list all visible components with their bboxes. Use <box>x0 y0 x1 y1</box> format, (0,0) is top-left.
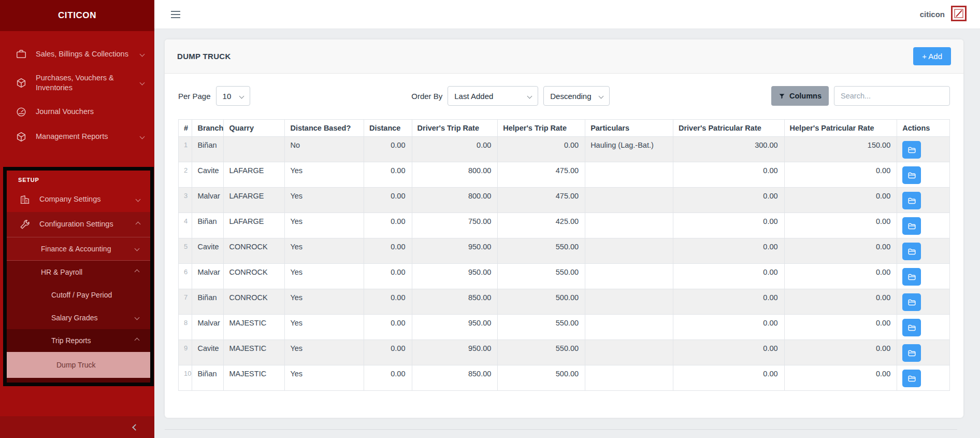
folder-icon <box>907 171 916 180</box>
cell-driver-particular: 0.00 <box>673 365 784 391</box>
column-header: Helper's Patricular Rate <box>784 120 897 137</box>
open-record-button[interactable] <box>902 319 921 336</box>
cell-actions <box>897 340 950 365</box>
cell-actions <box>897 289 950 315</box>
sidebar-item-salary-grades[interactable]: Salary Grades <box>7 306 150 329</box>
cell-num: 7 <box>179 289 192 315</box>
folder-icon <box>907 222 916 231</box>
folder-icon <box>907 247 916 256</box>
cell-actions <box>897 264 950 289</box>
briefcase-icon <box>16 48 28 60</box>
order-field-select[interactable]: Last Added <box>448 86 538 106</box>
cell-num: 2 <box>179 162 192 188</box>
open-record-button[interactable] <box>902 268 921 286</box>
folder-icon <box>907 374 916 383</box>
chevron-down-icon <box>135 246 140 251</box>
cell-particulars <box>585 213 673 238</box>
table-row: 5CaviteCONROCKYes0.00950.00550.000.000.0… <box>179 238 950 264</box>
cell-driver-particular: 0.00 <box>673 188 784 213</box>
open-record-button[interactable] <box>902 344 921 362</box>
cell-quarry: CONROCK <box>224 264 285 289</box>
sidebar-item-hr-payroll[interactable]: HR & Payroll <box>7 261 150 284</box>
cell-distance: 0.00 <box>364 188 412 213</box>
username-label: citicon <box>920 10 945 19</box>
cell-distance: 0.00 <box>364 162 412 188</box>
cell-driver-particular: 0.00 <box>673 340 784 365</box>
sidebar-item-trip-reports[interactable]: Trip Reports <box>7 329 150 352</box>
cell-particulars <box>585 238 673 264</box>
hamburger-menu-icon[interactable] <box>171 11 180 18</box>
sidebar-item-label: Finance & Accounting <box>41 245 111 253</box>
cell-driver-trip: 0.00 <box>412 137 498 162</box>
sidebar-item-configuration-settings[interactable]: Configuration Settings <box>7 212 150 237</box>
cell-helper-particular: 0.00 <box>784 264 897 289</box>
open-record-button[interactable] <box>902 293 921 311</box>
open-record-button[interactable] <box>902 141 921 159</box>
sidebar-item-cutoff-pay-period[interactable]: Cutoff / Pay Period <box>7 284 150 306</box>
cell-driver-particular: 0.00 <box>673 315 784 340</box>
chevron-down-icon <box>140 134 145 139</box>
topbar: citicon <box>154 0 980 29</box>
cell-quarry: LAFARGE <box>224 162 285 188</box>
folder-icon <box>907 298 916 307</box>
sidebar-item-journal-vouchers[interactable]: Journal Vouchers <box>0 100 154 124</box>
cell-distance-based: Yes <box>285 365 364 391</box>
table-row: 10BiñanMAJESTICYes0.00850.00500.000.000.… <box>179 365 950 391</box>
sidebar-item-sales-billings-collections[interactable]: Sales, Billings & Collections <box>0 41 154 66</box>
table-controls: Per Page 10 Order By Last Added <box>178 86 950 106</box>
open-record-button[interactable] <box>902 370 921 387</box>
cell-distance-based: Yes <box>285 238 364 264</box>
chevron-down-icon <box>527 93 532 98</box>
setup-heading: SETUP <box>7 171 150 187</box>
cell-distance-based: Yes <box>285 188 364 213</box>
cell-particulars <box>585 340 673 365</box>
footer-divider <box>165 429 957 438</box>
sidebar-item-label: HR & Payroll <box>41 268 82 276</box>
columns-button[interactable]: Columns <box>771 86 829 106</box>
user-menu[interactable]: citicon <box>920 6 967 23</box>
cell-num: 3 <box>179 188 192 213</box>
cell-num: 9 <box>179 340 192 365</box>
add-button[interactable]: + Add <box>913 47 951 65</box>
sidebar-item-label: Company Settings <box>39 194 136 204</box>
sidebar-item-finance-accounting[interactable]: Finance & Accounting <box>7 237 150 261</box>
order-direction-select[interactable]: Descending <box>543 86 610 106</box>
sidebar-item-label: Purchases, Vouchers & Inventories <box>36 73 140 93</box>
cell-helper-trip: 475.00 <box>498 162 585 188</box>
cell-quarry: MAJESTIC <box>224 315 285 340</box>
open-record-button[interactable] <box>902 192 921 209</box>
cell-distance: 0.00 <box>364 340 412 365</box>
sidebar-item-dump-truck-active[interactable]: Dump Truck <box>7 352 150 378</box>
per-page-select[interactable]: 10 <box>216 86 250 106</box>
open-record-button[interactable] <box>902 217 921 235</box>
cell-actions <box>897 213 950 238</box>
chevron-up-icon <box>135 337 140 343</box>
sidebar-item-management-reports[interactable]: Management Reports <box>0 124 154 149</box>
cell-particulars <box>585 289 673 315</box>
cell-helper-particular: 0.00 <box>784 315 897 340</box>
chevron-down-icon <box>599 93 604 98</box>
page-title: DUMP TRUCK <box>177 52 231 61</box>
cell-driver-trip: 750.00 <box>412 213 498 238</box>
chevron-left-icon <box>132 424 139 431</box>
cell-driver-trip: 800.00 <box>412 162 498 188</box>
cell-distance: 0.00 <box>364 213 412 238</box>
cell-helper-trip: 550.00 <box>498 264 585 289</box>
cell-branch: Biñan <box>192 289 224 315</box>
search-input[interactable] <box>834 86 950 106</box>
cell-driver-trip: 950.00 <box>412 315 498 340</box>
column-header: Driver's Trip Rate <box>412 120 498 137</box>
cell-quarry <box>224 137 285 162</box>
building-icon <box>19 194 32 205</box>
chevron-up-icon <box>135 269 140 274</box>
cell-distance: 0.00 <box>364 365 412 391</box>
cell-driver-trip: 950.00 <box>412 264 498 289</box>
open-record-button[interactable] <box>902 166 921 184</box>
sidebar-collapse-button[interactable] <box>0 416 154 438</box>
cell-num: 10 <box>179 365 192 391</box>
column-header: Distance Based? <box>285 120 364 137</box>
cell-num: 4 <box>179 213 192 238</box>
sidebar-item-purchases-vouchers-inventories[interactable]: Purchases, Vouchers & Inventories <box>0 66 154 100</box>
sidebar-item-company-settings[interactable]: Company Settings <box>7 187 150 212</box>
open-record-button[interactable] <box>902 243 921 260</box>
